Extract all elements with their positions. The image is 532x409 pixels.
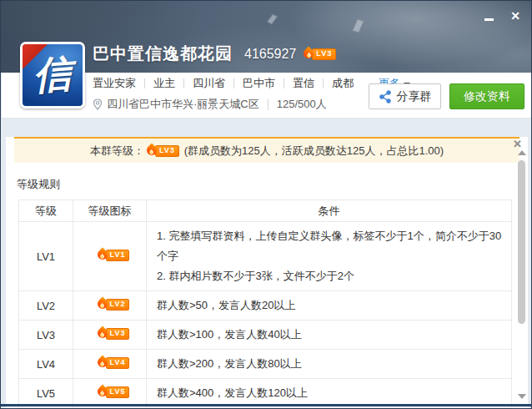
condition-cell: 群人数>100，发言人数40以上 [147, 321, 512, 350]
level-label: LV3 [155, 145, 179, 157]
window-bottom-edge [1, 404, 532, 406]
group-level-badge: LV3 [303, 47, 336, 61]
member-count: 125/500人 [277, 97, 327, 112]
flame-icon [97, 326, 108, 341]
condition-cell: 群人数>200，发言人数80以上 [147, 350, 512, 379]
level-rules-table: 等级 等级图标 条件 LV1 LV1 1. 完整填写群资料，上传自定义群头像，标… [18, 199, 512, 408]
group-tags: 置业安家 业主 四川省 巴中市 置信 成都 更多 [93, 76, 410, 91]
level-icon-cell: LV2 [73, 291, 147, 321]
level-label: LV3 [312, 48, 336, 60]
flame-icon [97, 385, 108, 399]
group-level-notice: 本群等级： LV3 (群成员数为125人，活跃成员数达125人，占总比1.00) [14, 137, 519, 163]
flame-icon [97, 248, 108, 262]
close-button[interactable]: ✕ [506, 8, 524, 23]
tag-item[interactable]: 置信 [284, 76, 323, 91]
level-badge: LV5 [97, 385, 130, 399]
notice-level-badge: LV3 [146, 144, 179, 158]
scrollbar [516, 150, 527, 399]
level-badge: LV3 [97, 326, 130, 341]
edit-label: 修改资料 [464, 89, 510, 104]
share-group-button[interactable]: 分享群 [369, 83, 441, 109]
scroll-down-icon[interactable] [518, 394, 526, 399]
location-separator [268, 99, 269, 110]
level-label: LV2 [106, 299, 130, 311]
level-label: LV5 [106, 386, 130, 398]
minimize-icon [484, 18, 494, 21]
tag-item[interactable]: 巴中市 [234, 76, 284, 91]
table-row: LV1 LV1 1. 完整填写群资料，上传自定义群头像，标签不少于1个，简介不少… [19, 222, 512, 291]
scrollbar-thumb[interactable] [518, 160, 525, 324]
panel-close-button[interactable]: ✕ [513, 139, 522, 149]
level-badge: LV2 [97, 297, 130, 311]
level-icon-cell: LV1 [73, 222, 147, 291]
level-icon-cell: LV3 [73, 321, 147, 350]
cloud-debris-icon [352, 18, 364, 33]
scroll-up-icon[interactable] [518, 150, 526, 155]
level-info-panel: ✕ 本群等级： LV3 (群成员数为125人，活跃成员数达125人，占总比1.0… [6, 137, 528, 409]
condition-line: 1. 完整填写群资料，上传自定义群头像，标签不少于1个，简介不少于30个字 [157, 226, 503, 266]
col-header-icon: 等级图标 [73, 200, 147, 222]
col-header-level: 等级 [19, 200, 73, 222]
group-title-row: 巴中置信逸都花园 4165927 LV3 [93, 43, 336, 65]
notice-detail: (群成员数为125人，活跃成员数达125人，占总比1.00) [184, 144, 444, 159]
level-icon-cell: LV4 [73, 350, 147, 379]
rules-section-title: 等级规则 [17, 177, 528, 192]
tag-item[interactable]: 业主 [145, 76, 183, 91]
tag-item[interactable]: 四川省 [184, 76, 233, 91]
minimize-button[interactable] [479, 8, 498, 23]
share-label: 分享群 [397, 89, 432, 104]
group-name: 巴中置信逸都花园 [93, 43, 233, 65]
tag-item[interactable]: 置业安家 [93, 76, 144, 91]
flame-icon [97, 297, 108, 311]
close-icon: ✕ [510, 10, 520, 22]
level-label: LV1 [106, 250, 130, 261]
edit-profile-button[interactable]: 修改资料 [449, 83, 524, 109]
table-row: LV3 LV3 群人数>100，发言人数40以上 [19, 321, 512, 350]
level-badge: LV1 [97, 248, 130, 262]
share-icon [379, 90, 392, 104]
content-frame: ✕ 本群等级： LV3 (群成员数为125人，活跃成员数达125人，占总比1.0… [2, 119, 532, 403]
level-label: LV3 [106, 328, 130, 340]
table-row: LV2 LV2 群人数>50，发言人数20以上 [19, 291, 512, 321]
col-header-condition: 条件 [147, 200, 512, 222]
group-id: 4165927 [244, 47, 296, 62]
level-cell: LV1 [19, 222, 73, 291]
condition-cell: 1. 完整填写群资料，上传自定义群头像，标签不少于1个，简介不少于30个字 2.… [147, 222, 512, 291]
level-cell: LV2 [19, 291, 73, 321]
flame-icon [146, 144, 158, 158]
cloud-debris-icon [267, 13, 278, 24]
avatar-character: 信 [32, 48, 73, 102]
level-cell: LV3 [19, 321, 73, 350]
flame-icon [303, 47, 314, 61]
level-cell: LV4 [19, 350, 73, 379]
notice-prefix: 本群等级： [90, 144, 144, 159]
condition-cell: 群人数>50，发言人数20以上 [147, 291, 512, 321]
condition-line: 2. 群内相片数不少于3张，文件不少于2个 [157, 266, 503, 286]
group-avatar: 信 [20, 42, 85, 109]
table-header-row: 等级 等级图标 条件 [19, 200, 512, 222]
group-location-row: 四川省巴中市华兴·丽景天城C区 125/500人 [93, 97, 327, 112]
level-badge: LV4 [97, 356, 130, 370]
tag-item[interactable]: 成都 [324, 76, 362, 91]
location-pin-icon [93, 98, 103, 110]
window-controls: ✕ [479, 8, 524, 23]
table-row: LV4 LV4 群人数>200，发言人数80以上 [19, 350, 512, 379]
group-location: 四川省巴中市华兴·丽景天城C区 [107, 97, 259, 112]
flame-icon [97, 356, 108, 370]
qq-group-window: ✕ 巴中置信逸都花园 4165927 LV3 信 置业安家 业主 四川省 巴中市… [0, 0, 532, 409]
level-label: LV4 [106, 357, 130, 369]
